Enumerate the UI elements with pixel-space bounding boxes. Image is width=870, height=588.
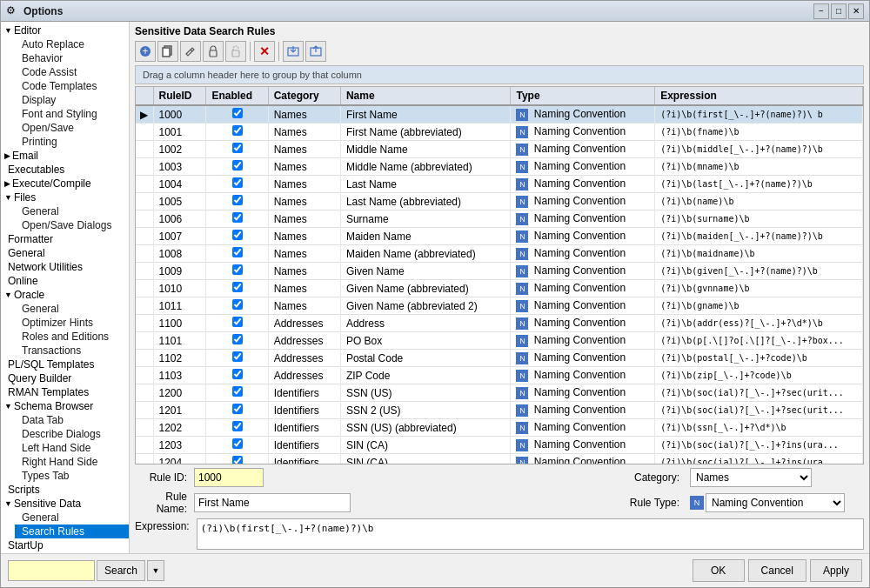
- sidebar-group-email[interactable]: ▶ Email: [1, 149, 129, 163]
- table-row[interactable]: 1004NamesLast NameN Naming Convention(?i…: [136, 176, 863, 193]
- rules-table-container[interactable]: RuleID Enabled Category Name Type Expres…: [135, 86, 864, 464]
- maximize-button[interactable]: □: [831, 3, 847, 19]
- row-enabled[interactable]: [206, 245, 268, 263]
- close-button[interactable]: ✕: [848, 3, 864, 19]
- copy-button[interactable]: [157, 41, 178, 62]
- row-enabled[interactable]: [206, 419, 268, 437]
- rule-id-input[interactable]: [194, 468, 264, 487]
- sidebar-item-left-hand-side[interactable]: Left Hand Side: [15, 441, 129, 455]
- category-select[interactable]: Names Addresses Identifiers Financial Me…: [690, 468, 812, 487]
- row-enabled[interactable]: [206, 228, 268, 245]
- search-dropdown-button[interactable]: ▼: [147, 560, 164, 581]
- minimize-button[interactable]: −: [813, 3, 829, 19]
- sidebar-item-display[interactable]: Display: [15, 93, 129, 107]
- row-enabled[interactable]: [206, 193, 268, 210]
- sidebar-item-transactions[interactable]: Transactions: [15, 344, 129, 357]
- cancel-button[interactable]: Cancel: [748, 559, 806, 582]
- col-name[interactable]: Name: [340, 87, 511, 105]
- rule-type-select[interactable]: Naming Convention Pattern Dictionary: [706, 493, 845, 512]
- sidebar-item-online[interactable]: Online: [1, 274, 129, 288]
- search-button[interactable]: Search: [97, 560, 145, 581]
- row-enabled[interactable]: [206, 280, 268, 297]
- sidebar-item-font-styling[interactable]: Font and Styling: [15, 107, 129, 121]
- sidebar-item-code-assist[interactable]: Code Assist: [15, 65, 129, 79]
- row-enabled[interactable]: [206, 332, 268, 350]
- row-enabled[interactable]: [206, 141, 268, 158]
- sidebar-item-behavior[interactable]: Behavior: [15, 51, 129, 65]
- search-input[interactable]: [8, 560, 95, 581]
- row-enabled[interactable]: [206, 105, 268, 124]
- row-enabled[interactable]: [206, 437, 268, 454]
- table-row[interactable]: 1007NamesMaiden NameN Naming Convention(…: [136, 228, 863, 245]
- ok-button[interactable]: OK: [693, 559, 745, 582]
- sidebar-item-startup[interactable]: StartUp: [1, 538, 129, 552]
- export-button[interactable]: [305, 41, 326, 62]
- sidebar-item-open-save[interactable]: Open/Save: [15, 121, 129, 135]
- table-row[interactable]: 1002NamesMiddle NameN Naming Convention(…: [136, 141, 863, 158]
- col-ruleid[interactable]: RuleID: [153, 87, 206, 105]
- sidebar-item-types-tab[interactable]: Types Tab: [15, 469, 129, 483]
- table-row[interactable]: 1100AddressesAddressN Naming Convention(…: [136, 315, 863, 332]
- row-enabled[interactable]: [206, 158, 268, 176]
- sidebar-item-files-general[interactable]: General: [15, 204, 129, 218]
- table-row[interactable]: 1204IdentifiersSIN (CA)N Naming Conventi…: [136, 454, 863, 465]
- row-enabled[interactable]: [206, 263, 268, 280]
- sidebar-item-executables[interactable]: Executables: [1, 163, 129, 177]
- sidebar-item-printing[interactable]: Printing: [15, 135, 129, 149]
- sidebar-group-oracle[interactable]: ▼ Oracle: [1, 288, 129, 302]
- sidebar-item-query-builder[interactable]: Query Builder: [1, 371, 129, 385]
- table-row[interactable]: 1203IdentifiersSIN (CA)N Naming Conventi…: [136, 437, 863, 454]
- sidebar-group-schema-browser[interactable]: ▼ Schema Browser: [1, 399, 129, 413]
- sidebar-item-formatter[interactable]: Formatter: [1, 232, 129, 246]
- col-category[interactable]: Category: [268, 87, 340, 105]
- table-row[interactable]: 1009NamesGiven NameN Naming Convention(?…: [136, 263, 863, 280]
- sidebar-item-roles-editions[interactable]: Roles and Editions: [15, 330, 129, 344]
- sidebar-item-oracle-general[interactable]: General: [15, 302, 129, 316]
- sidebar-item-describe-dialogs[interactable]: Describe Dialogs: [15, 427, 129, 441]
- delete-button[interactable]: ✕: [254, 41, 275, 62]
- table-row[interactable]: 1102AddressesPostal CodeN Naming Convent…: [136, 350, 863, 367]
- col-arrow[interactable]: [136, 87, 153, 105]
- table-row[interactable]: 1101AddressesPO BoxN Naming Convention(?…: [136, 332, 863, 350]
- sidebar-item-rman[interactable]: RMAN Templates: [1, 385, 129, 399]
- sidebar-group-execute-compile[interactable]: ▶ Execute/Compile: [1, 177, 129, 190]
- unlock-button[interactable]: [225, 41, 246, 62]
- table-row[interactable]: 1001NamesFirst Name (abbreviated)N Namin…: [136, 124, 863, 141]
- row-enabled[interactable]: [206, 367, 268, 384]
- table-row[interactable]: 1200IdentifiersSSN (US)N Naming Conventi…: [136, 384, 863, 402]
- sidebar-item-search-rules[interactable]: Search Rules: [15, 525, 129, 538]
- row-enabled[interactable]: [206, 315, 268, 332]
- apply-button[interactable]: Apply: [810, 559, 862, 582]
- col-type[interactable]: Type: [511, 87, 655, 105]
- sidebar-item-right-hand-side[interactable]: Right Hand Side: [15, 455, 129, 469]
- row-enabled[interactable]: [206, 402, 268, 419]
- sidebar-item-code-templates[interactable]: Code Templates: [15, 79, 129, 93]
- row-enabled[interactable]: [206, 124, 268, 141]
- expression-input[interactable]: (?i)\b(first[_\-.]+?(name)?)\b: [197, 518, 864, 550]
- table-row[interactable]: 1202IdentifiersSSN (US) (abbreviated)N N…: [136, 419, 863, 437]
- sidebar-item-scripts[interactable]: Scripts: [1, 483, 129, 497]
- sidebar-item-general[interactable]: General: [1, 246, 129, 260]
- sidebar-group-editor[interactable]: ▼ Editor: [1, 23, 129, 37]
- row-enabled[interactable]: [206, 384, 268, 402]
- table-row[interactable]: 1010NamesGiven Name (abbreviated)N Namin…: [136, 280, 863, 297]
- row-enabled[interactable]: [206, 210, 268, 228]
- lock-button[interactable]: [203, 41, 224, 62]
- edit-button[interactable]: [180, 41, 201, 62]
- table-row[interactable]: 1003NamesMiddle Name (abbreviated)N Nami…: [136, 158, 863, 176]
- sidebar-item-sensitive-general[interactable]: General: [15, 511, 129, 525]
- sidebar-item-data-tab[interactable]: Data Tab: [15, 413, 129, 427]
- sidebar-group-sensitive-data[interactable]: ▼ Sensitive Data: [1, 497, 129, 511]
- table-row[interactable]: 1011NamesGiven Name (abbreviated 2)N Nam…: [136, 297, 863, 315]
- add-button[interactable]: +: [135, 41, 156, 62]
- table-row[interactable]: 1006NamesSurnameN Naming Convention(?i)\…: [136, 210, 863, 228]
- col-enabled[interactable]: Enabled: [206, 87, 268, 105]
- table-row[interactable]: ▶1000NamesFirst NameN Naming Convention(…: [136, 105, 863, 124]
- import-button[interactable]: [283, 41, 304, 62]
- table-row[interactable]: 1008NamesMaiden Name (abbreviated)N Nami…: [136, 245, 863, 263]
- sidebar-group-files[interactable]: ▼ Files: [1, 190, 129, 204]
- row-enabled[interactable]: [206, 297, 268, 315]
- row-enabled[interactable]: [206, 176, 268, 193]
- table-row[interactable]: 1103AddressesZIP CodeN Naming Convention…: [136, 367, 863, 384]
- col-expression[interactable]: Expression: [655, 87, 863, 105]
